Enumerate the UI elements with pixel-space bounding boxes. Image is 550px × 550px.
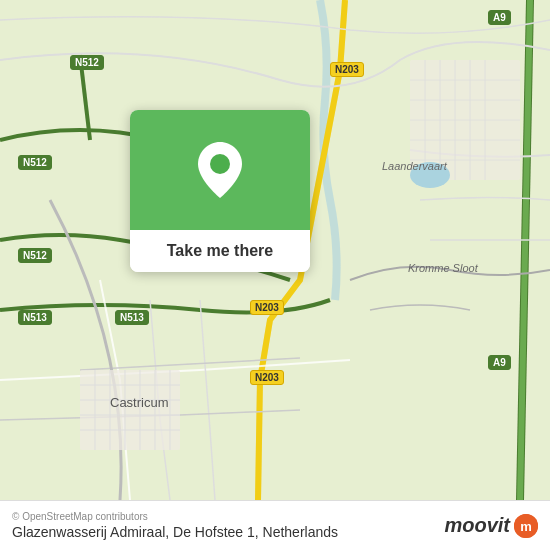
road-label-n203-mid: N203	[250, 300, 284, 315]
road-label-a9-top: A9	[488, 10, 511, 25]
svg-text:m: m	[520, 519, 532, 534]
moovit-icon: m	[514, 514, 538, 538]
road-label-n512-top: N512	[70, 55, 104, 70]
road-label-n203-bot: N203	[250, 370, 284, 385]
attribution-text: © OpenStreetMap contributors	[12, 511, 338, 522]
bottom-bar: © OpenStreetMap contributors Glazenwasse…	[0, 500, 550, 550]
card-map-area	[130, 110, 310, 230]
location-card: Take me there	[130, 110, 310, 272]
place-label-kromme-sloot: Kromme Sloot	[408, 262, 478, 274]
map-container: N512 N512 N512 N513 N513 N203 N203 N203 …	[0, 0, 550, 500]
road-label-n513-right: N513	[115, 310, 149, 325]
location-pin-icon	[198, 142, 242, 198]
road-label-n513-left: N513	[18, 310, 52, 325]
place-label-castricum: Castricum	[110, 395, 169, 410]
take-me-there-button[interactable]: Take me there	[130, 230, 310, 272]
svg-point-26	[210, 154, 230, 174]
bottom-left-info: © OpenStreetMap contributors Glazenwasse…	[12, 511, 338, 540]
moovit-text: moovit	[444, 514, 510, 537]
place-label-laandervaart: Laandervaart	[382, 160, 447, 172]
road-label-n512-mid: N512	[18, 155, 52, 170]
road-label-a9-bot: A9	[488, 355, 511, 370]
road-label-n203-top: N203	[330, 62, 364, 77]
moovit-logo: moovit m	[444, 514, 538, 538]
road-label-n512-bot: N512	[18, 248, 52, 263]
place-name-text: Glazenwasserij Admiraal, De Hofstee 1, N…	[12, 524, 338, 540]
